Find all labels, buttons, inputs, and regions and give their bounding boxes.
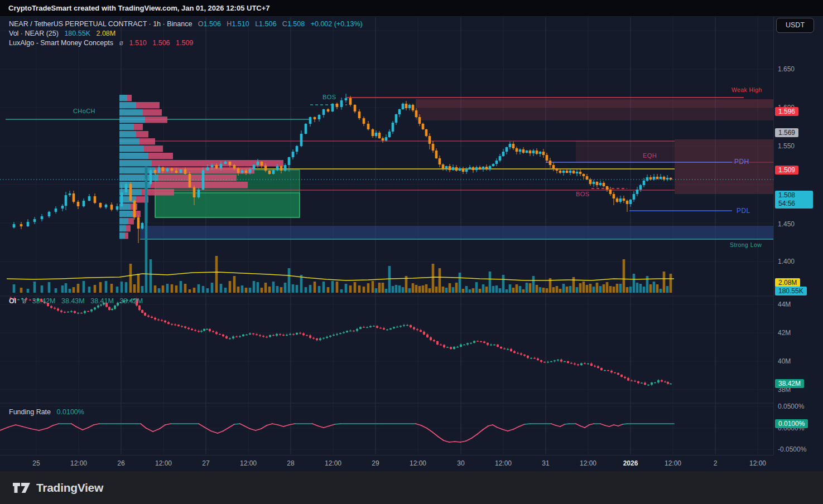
time-axis-tick: 30	[457, 459, 464, 467]
price-axis-tick: 1.400	[778, 258, 795, 265]
attribution-text: CryptoTradeSmart created with TradingVie…	[8, 0, 270, 16]
tradingview-window: CryptoTradeSmart created with TradingVie…	[0, 0, 823, 504]
volume-legend-row[interactable]: Vol · NEAR (25) 180.55K 2.08M	[9, 30, 115, 37]
luxalgo-indicator-title: LuxAlgo - Smart Money Concepts	[9, 39, 113, 47]
oi-value-4: 38.42M	[119, 297, 143, 305]
price-axis-label: 2.08M	[775, 278, 800, 287]
bos-bullish-label: BOS	[323, 94, 336, 100]
average-symbol: ø	[119, 39, 123, 47]
time-axis-tick: 27	[202, 459, 209, 467]
time-axis-tick: 12:00	[325, 459, 341, 467]
attribution-bar: CryptoTradeSmart created with TradingVie…	[0, 0, 823, 17]
luxalgo-value-1: 1.510	[129, 39, 147, 47]
change-value: +0.002 (+0.13%)	[311, 20, 363, 28]
price-axis-label: 1.596	[775, 107, 798, 116]
time-axis-tick: 28	[287, 459, 294, 467]
open-key: O	[198, 20, 204, 28]
high-value: 1.510	[232, 20, 249, 28]
oi-indicator-title: OI	[9, 297, 16, 305]
funding-indicator-title: Funding Rate	[9, 408, 51, 416]
time-axis-tick: 12:00	[495, 459, 512, 467]
oi-axis-tick: 44M	[778, 301, 791, 308]
volume-ma-value: 2.08M	[96, 30, 115, 37]
open-value: 1.506	[204, 20, 221, 28]
time-axis-tick: 26	[117, 459, 124, 467]
time-axis-tick: 12:00	[665, 459, 681, 467]
price-axis-label: 1.509	[775, 166, 798, 175]
close-value: 1.508	[287, 20, 305, 28]
volume-indicator-title: Vol · NEAR (25)	[9, 30, 59, 37]
price-axis-label: 0.0100%	[775, 419, 808, 428]
oi-value-1: 38.42M	[32, 297, 56, 305]
strong-low-label: Strong Low	[730, 241, 762, 248]
tradingview-logo-icon[interactable]	[12, 481, 31, 495]
current-price-value: 1.508	[778, 191, 810, 200]
choch-label: CHoCH	[73, 108, 95, 114]
weak-high-label: Weak High	[731, 86, 762, 93]
close-key: C	[282, 20, 287, 28]
eqh-label: EQH	[643, 152, 657, 159]
price-axis-label: 1.569	[775, 128, 798, 137]
oi-axis-tick: 42M	[778, 329, 791, 337]
luxalgo-value-2: 1.506	[152, 39, 170, 47]
price-axis-label: 38.42M	[775, 379, 804, 388]
volume-value: 180.55K	[64, 30, 90, 37]
pdh-label: PDH	[734, 158, 749, 166]
price-axis-tick: 1.550	[778, 142, 795, 150]
oi-axis-tick: 40M	[778, 357, 791, 365]
low-value: 1.506	[259, 20, 276, 28]
price-axis-label: 180.55K	[775, 287, 807, 295]
oi-value-3: 38.41M	[90, 297, 114, 305]
time-axis-tick: 2	[714, 459, 718, 467]
funding-value: 0.0100%	[57, 408, 84, 416]
time-axis-tick: 31	[542, 459, 549, 467]
time-axis-tick: 12:00	[240, 459, 257, 467]
time-axis-tick: 12:00	[410, 459, 426, 467]
chart-canvas[interactable]	[0, 0, 823, 504]
price-axis-tick: 1.650	[778, 65, 795, 73]
time-axis-tick: 12:00	[155, 459, 172, 467]
fund-axis-tick: -0.0500%	[778, 445, 806, 453]
time-axis-tick: 12:00	[749, 459, 766, 467]
currency-toggle-button[interactable]: USDT	[776, 18, 814, 33]
time-axis-tick: 12:00	[580, 459, 596, 467]
footer-bar: TradingView	[0, 471, 823, 504]
right-axis[interactable]: USDT 1.7001.6501.6001.5501.4501.40044M42…	[773, 17, 823, 455]
symbol-legend-row[interactable]: NEAR / TetherUS PERPETUAL CONTRACT · 1h …	[9, 20, 363, 28]
oi-value-2: 38.43M	[61, 297, 85, 305]
bos-bearish-label: BOS	[576, 191, 589, 197]
fund-axis-tick: 0.0500%	[778, 403, 804, 410]
pdl-label: PDL	[737, 207, 750, 215]
funding-legend-row[interactable]: Funding Rate 0.0100%	[9, 408, 84, 416]
time-axis-tick: 29	[372, 459, 379, 467]
symbol-title: NEAR / TetherUS PERPETUAL CONTRACT · 1h …	[9, 20, 192, 28]
oi-legend-row[interactable]: OI ø 38.42M 38.43M 38.41M 38.42M	[9, 297, 143, 305]
time-axis[interactable]: 2512:002612:002712:002812:002912:003012:…	[0, 455, 773, 471]
current-price-label: 1.508 54:56	[775, 191, 813, 209]
luxalgo-value-3: 1.509	[176, 39, 193, 47]
time-axis-tick: 25	[32, 459, 40, 467]
bar-countdown: 54:56	[778, 200, 810, 208]
price-axis-tick: 1.450	[778, 220, 795, 228]
time-axis-tick: 2026	[623, 459, 638, 467]
luxalgo-legend-row[interactable]: LuxAlgo - Smart Money Concepts ø 1.510 1…	[9, 39, 193, 47]
time-axis-tick: 12:00	[70, 459, 87, 467]
tradingview-brand-text[interactable]: TradingView	[36, 481, 103, 495]
oi-average-symbol: ø	[22, 297, 27, 305]
